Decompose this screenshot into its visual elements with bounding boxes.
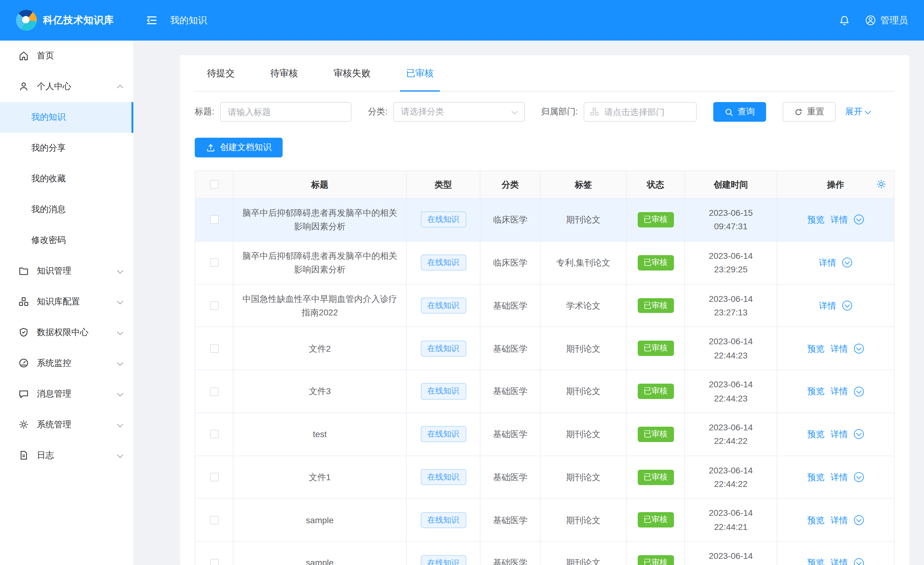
detail-link[interactable]: 详情 [831,470,848,484]
row-checkbox[interactable] [210,516,218,524]
type-tag: 在线知识 [420,383,466,399]
sidebar-item-label: 数据权限中心 [37,327,88,338]
row-checkbox[interactable] [210,430,218,439]
sidebar-item[interactable]: 修改密码 [0,225,134,256]
chat-icon [18,389,30,400]
status-badge: 已审核 [638,212,674,227]
detail-link[interactable]: 详情 [831,427,848,441]
sidebar-item[interactable]: 系统管理 [0,409,134,440]
row-actions: 详情 [777,284,894,327]
tab[interactable]: 待审核 [270,55,298,91]
sidebar-item[interactable]: 个人中心 [0,71,134,102]
header-right: 管理员 [838,15,924,26]
preview-link[interactable]: 预览 [807,470,825,484]
row-actions: 预览 详情 [777,499,894,541]
row-status-cell: 已审核 [627,499,685,541]
dept-filter-input[interactable] [584,102,696,122]
tab[interactable]: 待提交 [207,55,235,91]
row-checkbox[interactable] [210,387,218,396]
preview-link[interactable]: 预览 [807,385,825,398]
row-checkbox[interactable] [210,301,218,310]
sidebar-item[interactable]: 系统监控 [0,348,134,379]
upload-icon [206,143,216,152]
row-status-cell: 已审核 [627,456,685,498]
row-checkbox[interactable] [210,344,218,353]
type-tag: 在线知识 [420,212,466,228]
search-button[interactable]: 查询 [713,102,766,122]
chevron-down-icon [864,108,870,114]
notification-bell-icon[interactable] [838,15,850,26]
collapse-sidebar-icon[interactable] [146,14,158,26]
title-filter-input[interactable] [220,102,351,122]
sidebar-item[interactable]: 知识库配置 [0,287,134,317]
row-created-time: 2023-06-14 22:44:21 [685,542,777,565]
sidebar-menu: 首页 个人中心 我的知识 我的分享 我的收藏 我的消息 修改密码 知识管理 知识… [0,41,134,471]
category-filter-select[interactable]: 请选择分类 [393,102,525,122]
preview-link[interactable]: 预览 [807,556,825,565]
sidebar-item[interactable]: 消息管理 [0,379,134,409]
sidebar-item[interactable]: 我的分享 [0,133,134,164]
row-type-cell: 在线知识 [407,198,480,241]
chevron-down-icon [117,267,123,273]
more-actions-icon[interactable] [854,515,864,525]
column-header-type: 类型 [407,171,480,198]
reset-button[interactable]: 重置 [782,102,835,122]
brand-name: 科亿技术知识库 [43,14,114,27]
tab[interactable]: 审核失败 [334,55,370,91]
detail-link[interactable]: 详情 [831,213,848,227]
detail-link[interactable]: 详情 [831,513,848,527]
detail-link[interactable]: 详情 [831,341,848,355]
column-settings-gear-icon[interactable] [876,179,886,189]
detail-link[interactable]: 详情 [831,385,848,398]
sidebar-item[interactable]: 首页 [0,41,134,71]
sidebar-item[interactable]: 数据权限中心 [0,317,134,348]
more-actions-icon[interactable] [842,258,852,267]
knowledge-table: 标题 类型 分类 标签 状态 创建时间 操作 [195,170,894,565]
tab[interactable]: 已审核 [406,55,434,91]
row-type-cell: 在线知识 [407,328,480,370]
sidebar-item[interactable]: 我的收藏 [0,164,134,194]
more-actions-icon[interactable] [854,558,864,565]
row-checkbox[interactable] [210,258,218,267]
row-checkbox[interactable] [210,559,218,565]
row-title: 中国急性缺血性卒中早期血管内介入诊疗指南2022 [234,284,407,327]
create-doc-button[interactable]: 创建文档知识 [195,138,283,158]
expand-filters-link[interactable]: 展开 [845,107,870,117]
detail-link[interactable]: 详情 [819,256,836,270]
search-icon [724,107,733,117]
chevron-down-icon [117,329,123,335]
row-status-cell: 已审核 [627,242,685,284]
more-actions-icon[interactable] [854,215,864,225]
table-row: 中国急性缺血性卒中早期血管内介入诊疗指南2022 在线知识 基础医学 学术论文 … [195,284,894,327]
row-type-cell: 在线知识 [407,499,480,541]
more-actions-icon[interactable] [854,430,864,439]
brand: 科亿技术知识库 [0,10,134,31]
detail-link[interactable]: 详情 [819,299,836,313]
table-row: sample 在线知识 基础医学 期刊论文 已审核 2023-06-14 22:… [195,541,894,565]
row-checkbox[interactable] [210,473,218,481]
detail-link[interactable]: 详情 [831,556,848,565]
row-checkbox[interactable] [210,215,218,224]
tab-label: 审核失败 [334,67,370,79]
more-actions-icon[interactable] [854,386,864,396]
user-menu[interactable]: 管理员 [865,15,908,26]
sidebar-item[interactable]: 知识管理 [0,256,134,287]
more-actions-icon[interactable] [854,343,864,353]
preview-link[interactable]: 预览 [807,341,825,355]
select-all-checkbox[interactable] [210,180,218,189]
preview-link[interactable]: 预览 [807,427,825,441]
sidebar-item-label: 我的知识 [32,112,66,123]
type-tag: 在线知识 [420,426,466,442]
row-tags: 期刊论文 [541,198,627,241]
more-actions-icon[interactable] [842,301,852,311]
sidebar-item[interactable]: 我的消息 [0,194,134,225]
chevron-down-icon [117,421,123,427]
sidebar-item[interactable]: 我的知识 [0,102,134,133]
more-actions-icon[interactable] [854,472,864,482]
sidebar-item[interactable]: 日志 [0,440,134,471]
row-created-time: 2023-06-14 23:29:25 [685,242,777,284]
preview-link[interactable]: 预览 [807,513,825,527]
row-category: 基础医学 [480,499,541,541]
preview-link[interactable]: 预览 [807,213,825,227]
row-type-cell: 在线知识 [407,413,480,455]
